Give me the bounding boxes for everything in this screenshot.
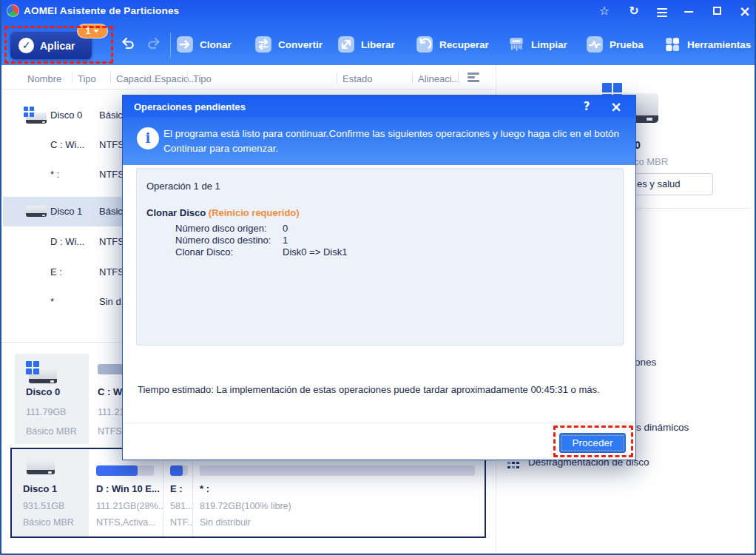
toolbar-clone-button[interactable]: Clonar (176, 36, 232, 53)
usage-bar (96, 465, 138, 476)
column-settings-icon[interactable] (468, 73, 479, 84)
dialog-header[interactable]: Operaciones pendientes (123, 95, 635, 118)
disk0-info-block[interactable]: Disco 0 111.79GB Básico MBR (15, 354, 89, 444)
waveform-icon (586, 36, 604, 53)
panel-item-fragment-1[interactable]: ones (635, 357, 656, 368)
disk1-partition-unallocated[interactable]: * : 819.72GB(100% libre) Sin distribuir (194, 449, 485, 536)
toolbar-convert-button[interactable]: Convertir (254, 36, 323, 53)
check-circle-icon: ✓ (18, 38, 34, 53)
col-estado[interactable]: Estado (342, 73, 372, 84)
proceed-button[interactable]: Proceder (559, 433, 626, 453)
chevron-down-icon (93, 30, 99, 33)
toolbar-wipe-button[interactable]: Limpiar (507, 36, 567, 53)
disk-icon (27, 458, 56, 477)
col-alineacion[interactable]: Alineaci... (418, 73, 459, 84)
shredder-icon (507, 36, 525, 53)
col-capacidad[interactable]: Capacid... (116, 73, 160, 84)
disk-windows-icon (24, 107, 47, 124)
dialog-info-banner: i El programa está listo para continuar.… (123, 118, 635, 165)
operations-list-box: Operación 1 de 1 Clonar Disco (Reinicio … (136, 168, 624, 346)
diskmap-disk1-selected[interactable]: Disco 1 931.51GB Básico MBR D : Win 10 E… (10, 448, 486, 538)
detail-row: Número disco destino:1 (175, 235, 271, 246)
detail-row: Número disco origen:0 (175, 223, 267, 234)
toolbar-test-button[interactable]: Prueba (586, 36, 644, 53)
toolbar-tools-button[interactable]: Herramientas (664, 36, 751, 53)
info-icon: i (137, 127, 159, 149)
clone-icon (176, 36, 194, 53)
tools-grid-icon (664, 36, 681, 53)
redo-icon[interactable] (146, 36, 162, 52)
dialog-title: Operaciones pendientes (134, 101, 246, 112)
estimated-time-text: Tiempo estimado: La implementación de es… (138, 384, 626, 395)
recover-icon (416, 36, 433, 53)
minimize-button[interactable] (681, 3, 697, 19)
dialog-info-text: El programa está listo para continuar.Co… (163, 127, 621, 156)
undo-icon[interactable] (120, 36, 136, 52)
pending-operations-dialog: Operaciones pendientes ? × i El programa… (122, 95, 636, 460)
reboot-required-note: Reinicio requerido (212, 207, 296, 218)
panel-item-fragment-2[interactable]: s dinámicos (636, 422, 689, 433)
refresh-icon[interactable]: ↻ (626, 3, 642, 19)
col-espacio[interactable]: Espacio... (155, 73, 197, 84)
header: AOMEI Asistente de Particiones ☆ ↻ × ✓ A… (0, 0, 756, 65)
dialog-help-button[interactable]: ? (576, 95, 597, 118)
usage-bar (170, 465, 183, 476)
favorite-star-icon[interactable]: ☆ (596, 3, 612, 19)
detail-row: Clonar Disco:Disk0 => Disk1 (175, 246, 233, 258)
disk-windows-icon (26, 361, 60, 385)
disk1-partition-e[interactable]: E : 581.... NTF... (164, 449, 192, 536)
toolbar-resize-button[interactable]: Liberar (337, 36, 395, 53)
convert-icon (254, 36, 272, 53)
toolbar-recover-button[interactable]: Recuperar (416, 36, 489, 53)
col-tipo2[interactable]: Tipo (193, 73, 212, 84)
resize-icon (337, 36, 355, 53)
menu-icon[interactable] (654, 3, 670, 19)
apply-label: Aplicar (40, 40, 75, 52)
maximize-button[interactable] (709, 3, 725, 19)
panel-disk-type-fragment: ico MBR (632, 156, 668, 167)
disk1-partition-d[interactable]: D : Win 10 E... 111.21GB(28%... NTFS,Act… (90, 449, 163, 536)
toolbar-divider (170, 33, 171, 58)
operation-title: Clonar Disco (Reinicio requerido) (146, 207, 300, 218)
dialog-footer-divider (123, 423, 635, 423)
window-title: AOMEI Asistente de Particiones (24, 5, 179, 16)
col-nombre[interactable]: Nombre (27, 73, 61, 84)
col-tipo1[interactable]: Tipo (78, 73, 96, 84)
pending-count-badge[interactable]: 1 (77, 24, 108, 38)
app-logo-icon (7, 4, 19, 17)
close-button[interactable]: × (737, 3, 753, 19)
app-window: AOMEI Asistente de Particiones ☆ ↻ × ✓ A… (0, 0, 756, 555)
operation-index: Operación 1 de 1 (146, 181, 220, 192)
dialog-close-button[interactable]: × (606, 95, 627, 118)
disk-icon (24, 204, 47, 219)
disk1-info-block[interactable]: Disco 1 931.51GB Básico MBR (12, 449, 89, 536)
